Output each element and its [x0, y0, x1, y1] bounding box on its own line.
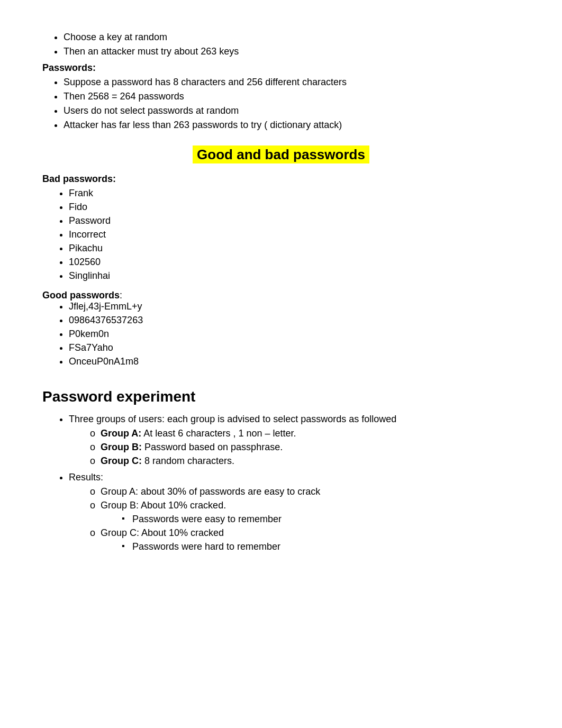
center-heading-container: Good and bad passwords	[42, 147, 520, 163]
group-c-item: Group C: 8 random characters.	[90, 456, 520, 467]
group-c-text: 8 random characters.	[142, 456, 234, 466]
group-a-label: Group A:	[101, 428, 141, 439]
passwords-heading: Passwords:	[42, 62, 520, 74]
good-bad-passwords-title: Good and bad passwords	[193, 145, 369, 163]
result-b-sub: Passwords were easy to remember	[101, 514, 520, 525]
experiment-groups-item: Three groups of users: each group is adv…	[69, 414, 520, 467]
results-item: Results: Group A: about 30% of passwords…	[69, 472, 520, 552]
bad-passwords-heading: Bad passwords:	[42, 174, 520, 185]
results-list: Group A: about 30% of passwords are easy…	[69, 486, 520, 552]
bad-pwd-5: Pikachu	[69, 243, 520, 254]
password-experiment-heading: Password experiment	[42, 388, 520, 405]
pwd-item-3: Users do not select passwords at random	[64, 105, 520, 116]
good-pwd-3: P0kem0n	[69, 329, 520, 340]
good-passwords-colon: :	[120, 290, 122, 301]
intro-item-1: Choose a key at random	[64, 32, 520, 43]
bad-pwd-3: Password	[69, 215, 520, 226]
result-b-text: Group B: About 10% cracked.	[101, 500, 226, 511]
good-pwd-1: Jflej,43j-EmmL+y	[69, 301, 520, 312]
group-c-label: Group C:	[101, 456, 142, 466]
good-passwords-list: Jflej,43j-EmmL+y 09864376537263 P0kem0n …	[42, 301, 520, 367]
experiment-main-bullet-text: Three groups of users: each group is adv…	[69, 414, 396, 424]
intro-list: Choose a key at random Then an attacker …	[42, 32, 520, 57]
result-c-sub-1: Passwords were hard to remember	[122, 541, 520, 552]
group-b-label: Group B:	[101, 442, 142, 452]
bad-pwd-1: Frank	[69, 188, 520, 199]
good-pwd-2: 09864376537263	[69, 315, 520, 326]
good-pwd-5: OnceuP0nA1m8	[69, 356, 520, 367]
group-a-text: At least 6 characters , 1 non – letter.	[141, 428, 296, 439]
result-a-text: Group A: about 30% of passwords are easy…	[101, 486, 320, 497]
pwd-item-1: Suppose a password has 8 characters and …	[64, 77, 520, 88]
password-experiment-section: Password experiment Three groups of user…	[42, 388, 520, 552]
good-passwords-heading: Good passwords	[42, 290, 120, 301]
good-pwd-4: FSa7Yaho	[69, 342, 520, 353]
result-c-text: Group C: About 10% cracked	[101, 527, 224, 538]
passwords-section: Passwords: Suppose a password has 8 char…	[42, 62, 520, 131]
pwd-item-2: Then 2568 = 264 passwords	[64, 91, 520, 102]
bad-passwords-section: Bad passwords: Frank Fido Password Incor…	[42, 174, 520, 281]
bad-passwords-list: Frank Fido Password Incorrect Pikachu 10…	[42, 188, 520, 281]
intro-item-2: Then an attacker must try about 263 keys	[64, 46, 520, 57]
passwords-list: Suppose a password has 8 characters and …	[42, 77, 520, 131]
group-b-text: Password based on passphrase.	[142, 442, 283, 452]
results-label: Results:	[69, 472, 103, 483]
group-a-item: Group A: At least 6 characters , 1 non –…	[90, 428, 520, 439]
bad-pwd-6: 102560	[69, 257, 520, 268]
result-b: Group B: About 10% cracked. Passwords we…	[90, 500, 520, 525]
result-c-sub: Passwords were hard to remember	[101, 541, 520, 552]
groups-list: Group A: At least 6 characters , 1 non –…	[69, 428, 520, 467]
bad-pwd-4: Incorrect	[69, 229, 520, 240]
bad-pwd-7: Singlinhai	[69, 270, 520, 281]
bad-pwd-2: Fido	[69, 202, 520, 213]
result-a: Group A: about 30% of passwords are easy…	[90, 486, 520, 497]
group-b-item: Group B: Password based on passphrase.	[90, 442, 520, 453]
result-b-sub-1: Passwords were easy to remember	[122, 514, 520, 525]
pwd-item-4: Attacker has far less than 263 passwords…	[64, 120, 520, 131]
experiment-outer-list: Three groups of users: each group is adv…	[42, 414, 520, 552]
result-c: Group C: About 10% cracked Passwords wer…	[90, 527, 520, 552]
good-passwords-section: Good passwords: Jflej,43j-EmmL+y 0986437…	[42, 290, 520, 367]
